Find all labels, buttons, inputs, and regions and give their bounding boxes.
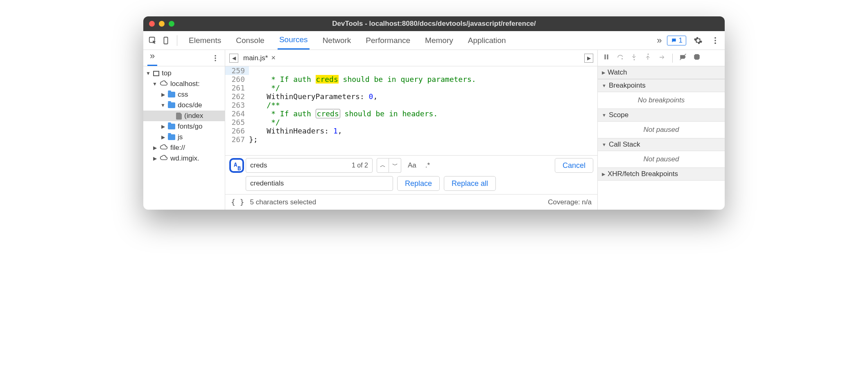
- match-case-toggle[interactable]: Aa: [405, 161, 419, 170]
- replace-input[interactable]: credentials: [246, 176, 393, 191]
- disclosure-triangle-icon[interactable]: ▶: [152, 156, 157, 161]
- debug-section-body: Not paused: [598, 151, 725, 167]
- tab-sources[interactable]: Sources: [278, 31, 310, 50]
- file-tab[interactable]: main.js* ×: [243, 54, 276, 62]
- find-input[interactable]: creds 1 of 2: [246, 158, 373, 173]
- tree-item[interactable]: ▶file://: [143, 143, 225, 153]
- file-icon: [176, 113, 182, 120]
- tree-item[interactable]: ▼top: [143, 68, 225, 79]
- cancel-button[interactable]: Cancel: [555, 158, 593, 173]
- kebab-menu-icon[interactable]: [710, 35, 721, 46]
- deactivate-breakpoints-icon[interactable]: [679, 53, 687, 63]
- folder-icon: [168, 134, 175, 140]
- sidebar-head: »: [143, 50, 225, 66]
- nav-back-icon[interactable]: ◀: [229, 54, 238, 63]
- debugger-toolbar: [598, 50, 725, 66]
- pretty-print-icon[interactable]: { }: [231, 198, 244, 206]
- device-toggle-icon[interactable]: [160, 35, 171, 46]
- cloud-icon: [160, 154, 168, 163]
- close-window-icon[interactable]: [149, 21, 155, 27]
- disclosure-triangle-icon[interactable]: ▼: [152, 81, 157, 87]
- disclosure-triangle-icon: ▼: [602, 142, 606, 147]
- line-number[interactable]: 260: [225, 75, 249, 84]
- next-match-icon[interactable]: ﹀: [389, 158, 401, 173]
- line-number[interactable]: 262: [225, 92, 249, 101]
- tree-item[interactable]: ▼docs/de: [143, 100, 225, 111]
- tab-memory[interactable]: Memory: [423, 32, 455, 49]
- line-number[interactable]: 263: [225, 101, 249, 109]
- tree-item[interactable]: ▶css: [143, 89, 225, 100]
- tree-item[interactable]: ▶fonts/go: [143, 121, 225, 132]
- debug-section-header[interactable]: ▼Call Stack: [598, 138, 725, 151]
- code-line[interactable]: [249, 66, 597, 75]
- replace-all-button[interactable]: Replace all: [444, 176, 496, 191]
- debugger-panel: ▶Watch▼BreakpointsNo breakpoints▼ScopeNo…: [598, 50, 725, 210]
- step-over-icon[interactable]: [617, 53, 624, 63]
- replace-value: credentials: [250, 179, 284, 188]
- disclosure-triangle-icon[interactable]: ▶: [160, 134, 165, 140]
- tab-performance[interactable]: Performance: [364, 32, 412, 49]
- regex-toggle[interactable]: .*: [423, 161, 432, 170]
- replace-mode-icon[interactable]: AB: [229, 158, 244, 173]
- disclosure-triangle-icon[interactable]: ▶: [152, 145, 157, 151]
- disclosure-triangle-icon[interactable]: ▶: [160, 92, 165, 97]
- line-number[interactable]: 266: [225, 127, 249, 135]
- debug-section-header[interactable]: ▼Scope: [598, 109, 725, 122]
- step-out-icon[interactable]: [644, 53, 652, 63]
- tree-item[interactable]: ▼localhost:: [143, 79, 225, 89]
- issues-badge[interactable]: 1: [667, 36, 686, 45]
- line-number[interactable]: 267: [225, 135, 249, 144]
- tab-console[interactable]: Console: [234, 32, 266, 49]
- toolbar-right: 1: [667, 35, 721, 46]
- disclosure-triangle-icon[interactable]: ▼: [160, 102, 165, 108]
- minimize-window-icon[interactable]: [159, 21, 165, 27]
- svg-point-5: [215, 55, 216, 56]
- pause-on-exceptions-icon[interactable]: [693, 53, 701, 63]
- line-number[interactable]: 265: [225, 118, 249, 127]
- code-line[interactable]: */: [249, 84, 597, 92]
- debug-section-header[interactable]: ▼Breakpoints: [598, 79, 725, 92]
- step-icon[interactable]: [658, 53, 666, 63]
- code-line[interactable]: /**: [249, 101, 597, 109]
- separator: [177, 35, 177, 46]
- code-editor[interactable]: 259260 * If auth creds should be in quer…: [225, 66, 597, 155]
- tab-elements[interactable]: Elements: [187, 32, 223, 49]
- disclosure-triangle-icon[interactable]: ▼: [146, 70, 151, 76]
- disclosure-triangle-icon[interactable]: ▶: [160, 124, 165, 129]
- line-number[interactable]: 259: [225, 66, 249, 75]
- tab-application[interactable]: Application: [466, 32, 508, 49]
- maximize-window-icon[interactable]: [169, 21, 174, 27]
- tree-item[interactable]: (index: [143, 111, 225, 121]
- settings-icon[interactable]: [693, 35, 703, 46]
- code-line[interactable]: * If auth creds should be in query param…: [249, 75, 597, 84]
- step-into-icon[interactable]: [631, 53, 638, 63]
- tree-label: file://: [170, 144, 185, 152]
- disclosure-triangle-icon: ▶: [602, 172, 605, 177]
- close-tab-icon[interactable]: ×: [271, 54, 276, 62]
- prev-match-icon[interactable]: ︿: [377, 158, 389, 173]
- pause-icon[interactable]: [603, 53, 610, 63]
- code-line[interactable]: WithinHeaders: 1,: [249, 127, 597, 135]
- tab-network[interactable]: Network: [321, 32, 353, 49]
- debug-section-title: Scope: [609, 111, 628, 119]
- devtools-window: DevTools - localhost:8080/docs/devtools/…: [143, 16, 725, 210]
- code-line[interactable]: */: [249, 118, 597, 127]
- more-tabs-icon[interactable]: »: [654, 35, 664, 46]
- sidebar-tabs-overflow-icon[interactable]: »: [147, 50, 157, 66]
- tree-item[interactable]: ▶wd.imgix.: [143, 153, 225, 164]
- code-line[interactable]: WithinQueryParameters: 0,: [249, 92, 597, 101]
- nav-forward-icon[interactable]: ▶: [584, 54, 593, 63]
- tree-item[interactable]: ▶js: [143, 132, 225, 143]
- debug-section-header[interactable]: ▶Watch: [598, 66, 725, 79]
- debug-section-header[interactable]: ▶XHR/fetch Breakpoints: [598, 167, 725, 181]
- debug-section-title: Call Stack: [609, 140, 640, 149]
- replace-button[interactable]: Replace: [397, 176, 440, 191]
- code-line[interactable]: * If auth creds should be in headers.: [249, 109, 597, 118]
- editor-status-bar: { } 5 characters selected Coverage: n/a: [225, 194, 597, 210]
- line-number[interactable]: 261: [225, 84, 249, 92]
- inspect-element-icon[interactable]: [147, 35, 158, 46]
- find-value: creds: [250, 161, 267, 170]
- line-number[interactable]: 264: [225, 109, 249, 118]
- code-line[interactable]: };: [249, 135, 597, 144]
- sidebar-kebab-icon[interactable]: [210, 53, 221, 63]
